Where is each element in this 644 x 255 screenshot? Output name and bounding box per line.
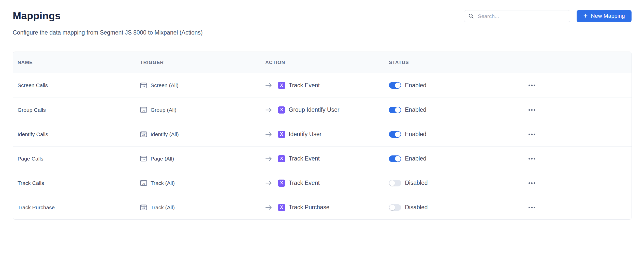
trigger-label: Page (All) bbox=[151, 156, 174, 162]
table-row: Track Purchase JS Track (All) X Track Pu… bbox=[13, 195, 632, 219]
mixpanel-icon: X bbox=[278, 131, 285, 138]
ellipsis-icon[interactable] bbox=[526, 154, 537, 163]
js-source-window-icon: JS bbox=[140, 155, 147, 162]
svg-text:JS: JS bbox=[142, 134, 145, 136]
ellipsis-icon[interactable] bbox=[526, 179, 537, 188]
ellipsis-icon[interactable] bbox=[526, 203, 537, 212]
ellipsis-icon[interactable] bbox=[526, 105, 537, 115]
action-pair: X Group Identify User bbox=[278, 106, 339, 114]
toggle-knob bbox=[395, 83, 401, 88]
svg-text:JS: JS bbox=[142, 158, 145, 161]
row-menu-cell bbox=[516, 81, 632, 90]
status-toggle[interactable] bbox=[389, 204, 401, 211]
ellipsis-icon[interactable] bbox=[526, 130, 537, 139]
action-label: Group Identify User bbox=[289, 106, 339, 113]
table-header-row: NAME TRIGGER ACTION STATUS bbox=[13, 52, 632, 73]
action-pair: X Track Event bbox=[278, 155, 320, 162]
toggle-knob bbox=[395, 107, 401, 113]
arrow-right-icon bbox=[265, 83, 272, 88]
action-label: Identify User bbox=[289, 131, 321, 138]
mapping-status-cell: Enabled bbox=[389, 82, 516, 89]
mapping-status-cell: Disabled bbox=[389, 204, 516, 211]
status-toggle[interactable] bbox=[389, 82, 401, 89]
table-row: Track Calls JS Track (All) X Track Event bbox=[13, 171, 632, 195]
mappings-table: NAME TRIGGER ACTION STATUS Screen Calls … bbox=[13, 52, 632, 220]
row-menu-cell bbox=[516, 203, 632, 212]
arrow-right-icon bbox=[265, 205, 272, 210]
mapping-trigger-cell: JS Identify (All) bbox=[140, 131, 265, 138]
action-pair: X Identify User bbox=[278, 131, 321, 138]
js-source-window-icon: JS bbox=[140, 204, 147, 211]
mapping-action-cell: X Track Event bbox=[265, 180, 389, 187]
mapping-action-cell: X Identify User bbox=[265, 131, 389, 138]
status-toggle[interactable] bbox=[389, 155, 401, 162]
trigger-label: Group (All) bbox=[151, 107, 177, 113]
search-box[interactable] bbox=[464, 10, 570, 22]
mixpanel-icon: X bbox=[278, 155, 285, 162]
arrow-right-icon bbox=[265, 107, 272, 113]
mapping-action-cell: X Group Identify User bbox=[265, 106, 389, 114]
toggle-knob bbox=[389, 180, 395, 186]
mapping-status-cell: Enabled bbox=[389, 106, 516, 113]
mixpanel-icon: X bbox=[278, 204, 285, 211]
search-input[interactable] bbox=[478, 13, 566, 19]
svg-text:JS: JS bbox=[142, 109, 145, 112]
svg-text:JS: JS bbox=[142, 85, 145, 87]
toggle-knob bbox=[395, 132, 401, 137]
svg-text:JS: JS bbox=[142, 183, 145, 185]
status-label: Disabled bbox=[405, 180, 428, 186]
toggle-knob bbox=[389, 205, 395, 210]
mixpanel-icon: X bbox=[278, 180, 285, 187]
action-label: Track Event bbox=[289, 155, 320, 162]
mapping-trigger-cell: JS Group (All) bbox=[140, 106, 265, 113]
status-label: Enabled bbox=[405, 106, 426, 113]
status-toggle[interactable] bbox=[389, 107, 401, 113]
mapping-name: Track Purchase bbox=[13, 204, 140, 211]
column-header-trigger: TRIGGER bbox=[140, 60, 265, 65]
mappings-page: Mappings Configure the data mapping from… bbox=[0, 0, 644, 255]
mapping-action-cell: X Track Event bbox=[265, 82, 389, 89]
mapping-name: Group Calls bbox=[13, 107, 140, 113]
trigger-label: Track (All) bbox=[151, 204, 175, 211]
page-subtitle: Configure the data mapping from Segment … bbox=[13, 29, 203, 36]
js-source-window-icon: JS bbox=[140, 106, 147, 113]
table-row: Group Calls JS Group (All) X Group Ident… bbox=[13, 98, 632, 122]
arrow-right-icon bbox=[265, 156, 272, 162]
mapping-name: Track Calls bbox=[13, 180, 140, 186]
arrow-right-icon bbox=[265, 180, 272, 186]
mapping-action-cell: X Track Purchase bbox=[265, 204, 389, 211]
mapping-status-cell: Disabled bbox=[389, 180, 516, 186]
plus-icon: + bbox=[583, 12, 588, 20]
row-menu-cell bbox=[516, 154, 632, 163]
mixpanel-icon: X bbox=[278, 82, 285, 89]
row-menu-cell bbox=[516, 105, 632, 115]
action-label: Track Purchase bbox=[289, 204, 329, 211]
trigger-label: Screen (All) bbox=[151, 82, 179, 88]
action-pair: X Track Purchase bbox=[278, 204, 329, 211]
table-row: Screen Calls JS Screen (All) X Track Eve… bbox=[13, 73, 632, 98]
mapping-trigger-cell: JS Page (All) bbox=[140, 155, 265, 162]
status-label: Enabled bbox=[405, 155, 426, 162]
row-menu-cell bbox=[516, 179, 632, 188]
table-row: Page Calls JS Page (All) X Track Event bbox=[13, 146, 632, 171]
ellipsis-icon[interactable] bbox=[526, 81, 537, 90]
new-mapping-label: New Mapping bbox=[591, 13, 625, 19]
status-toggle[interactable] bbox=[389, 180, 401, 186]
js-source-window-icon: JS bbox=[140, 82, 147, 89]
svg-text:JS: JS bbox=[142, 207, 145, 210]
trigger-label: Track (All) bbox=[151, 180, 175, 186]
mapping-name: Page Calls bbox=[13, 156, 140, 162]
js-source-window-icon: JS bbox=[140, 131, 147, 138]
column-header-name: NAME bbox=[13, 60, 140, 65]
js-source-window-icon: JS bbox=[140, 180, 147, 186]
action-pair: X Track Event bbox=[278, 180, 320, 187]
status-toggle[interactable] bbox=[389, 131, 401, 138]
arrow-right-icon bbox=[265, 132, 272, 137]
new-mapping-button[interactable]: + New Mapping bbox=[577, 10, 632, 22]
action-pair: X Track Event bbox=[278, 82, 320, 89]
action-label: Track Event bbox=[289, 82, 320, 89]
mapping-name: Identify Calls bbox=[13, 131, 140, 137]
column-header-action: ACTION bbox=[265, 60, 389, 65]
trigger-label: Identify (All) bbox=[151, 131, 179, 137]
mapping-trigger-cell: JS Screen (All) bbox=[140, 82, 265, 89]
